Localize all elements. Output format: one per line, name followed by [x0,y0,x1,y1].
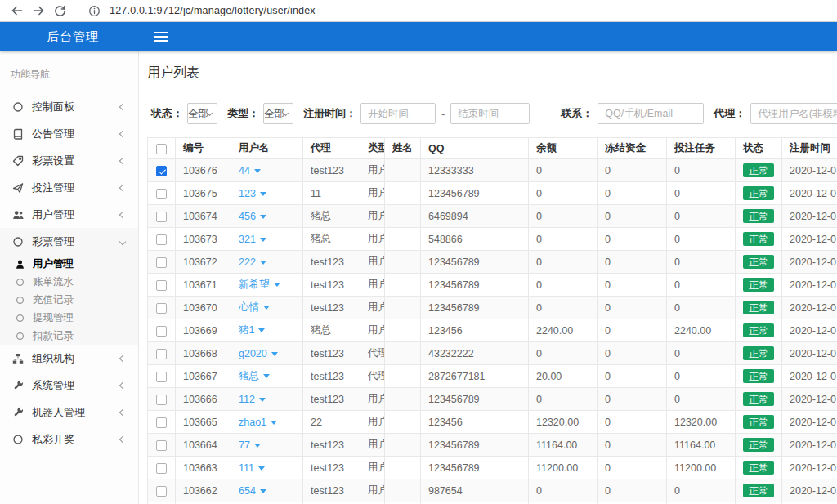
row-checkbox[interactable] [156,212,167,222]
sidebar-item-label: 用户管理 [32,207,74,222]
type-filter-select[interactable]: 全部 [263,103,293,124]
cell-qq: 123456789 [421,434,529,457]
sidebar-item-label: 公告管理 [32,127,74,141]
sidebar-item-1-top[interactable]: 公告管理 [0,120,138,147]
sidebar-item-4-top[interactable]: 用户管理 [0,201,138,228]
sidebar-item-14-top[interactable]: 私彩开奖 [0,426,138,453]
chevron-left-icon [119,435,126,442]
chevron-left-icon [119,355,126,361]
dropdown-caret-icon [263,306,270,310]
row-checkbox[interactable] [156,440,167,451]
cell-name [385,297,421,319]
forward-icon[interactable] [29,2,47,20]
row-checkbox[interactable] [156,349,167,359]
sidebar-item-2-top[interactable]: 彩票设置 [0,147,138,174]
sidebar-item-3-top[interactable]: 投注管理 [0,174,138,201]
cell-user-id: 103674 [176,205,231,228]
site-info-icon[interactable] [85,2,103,20]
back-icon[interactable] [8,2,26,20]
status-badge: 正常 [743,255,774,269]
username-link[interactable]: 123 [239,188,266,199]
username-link[interactable]: 新希望 [239,279,280,290]
cell-type: 用户 [360,434,385,457]
status-filter-select[interactable]: 全部 [187,103,217,124]
cell-name [385,205,421,228]
status-badge: 正常 [743,186,774,200]
row-checkbox[interactable] [156,189,167,199]
menu-toggle-icon[interactable] [154,29,168,44]
username-link[interactable]: 222 [239,256,266,268]
username-link[interactable]: 77 [239,439,261,451]
username-link[interactable]: zhao1 [239,417,277,428]
column-header: 用户名 [231,138,303,159]
row-checkbox[interactable] [156,257,167,268]
end-time-input[interactable] [450,103,530,124]
username-link[interactable]: 猪总 [239,370,270,381]
cell-user-id: 103666 [176,388,231,411]
dropdown-caret-icon [260,489,266,493]
username-link[interactable]: 321 [239,234,266,245]
cell-qq: 123456789 [421,182,529,205]
sidebar-item-label: 控制面板 [32,100,74,114]
select-all-checkbox[interactable] [156,144,167,154]
cell-reg-time: 2020-12-0 [782,319,837,342]
dashboard-circle-icon [11,101,25,113]
username-link[interactable]: 654 [239,485,266,497]
row-checkbox[interactable] [156,326,167,337]
row-checkbox[interactable] [156,303,167,314]
sidebar-item-0-top[interactable]: 控制面板 [0,93,138,120]
table-row: 103669猪1猪总用户1234562240.0002240.00正常2020-… [148,319,837,342]
filter-bar: 状态： 全部 类型： 全部 注册时间： - 联系： 代理： 用户 [147,103,837,124]
cell-name [385,388,421,411]
username-link[interactable]: 猪1 [239,324,265,336]
sidebar-item-9-sub[interactable]: 提现管理 [0,309,138,327]
row-checkbox[interactable] [156,486,167,497]
row-checkbox[interactable] [156,372,167,382]
cell-reg-time: 2020-12-0 [782,365,837,388]
cell-user-id: 103676 [176,159,231,182]
cell-bet-task: 11164.00 [667,434,736,457]
start-time-input[interactable] [360,103,436,124]
agent-input[interactable] [750,103,837,124]
sidebar-item-6-sub[interactable]: 用户管理 [0,255,138,273]
sidebar-item-10-sub[interactable]: 扣款记录 [0,327,138,345]
sidebar-item-8-sub[interactable]: 充值记录 [0,291,138,309]
username-link[interactable]: 111 [239,462,265,474]
sidebar-item-7-sub[interactable]: 账单流水 [0,273,138,291]
row-checkbox[interactable] [156,395,167,405]
cell-balance: 0 [529,342,598,365]
refresh-icon[interactable] [51,2,69,20]
sidebar-item-13-top[interactable]: 机器人管理 [0,399,138,426]
contact-input[interactable] [598,103,704,124]
cell-name [385,365,421,388]
chevron-left-icon [119,103,126,109]
cell-type: 用户 [360,319,385,342]
wrench-icon [11,407,25,417]
table-row: 103663111test123用户12345678911200.0001120… [148,457,837,479]
sidebar-item-11-top[interactable]: 组织机构 [0,345,138,372]
row-checkbox[interactable] [156,166,167,176]
column-header: 状态 [736,138,782,159]
address-bar-url[interactable]: 127.0.0.1:9712/jc/manage/lottery/user/in… [110,5,316,16]
status-badge: 正常 [743,232,774,246]
sidebar-item-12-top[interactable]: 系统管理 [0,372,138,399]
cell-status: 正常 [736,388,782,411]
username-link[interactable]: 112 [239,394,266,405]
cell-qq: 987654 [421,479,529,502]
cell-frozen: 0 [598,434,667,457]
cell-status: 正常 [736,342,782,365]
cell-bet-task: 2240.00 [667,319,736,342]
row-checkbox[interactable] [156,463,167,474]
username-link[interactable]: 44 [239,165,261,176]
row-checkbox[interactable] [156,280,167,291]
cell-user-id: 103675 [176,182,231,205]
username-link[interactable]: 心情 [239,301,270,313]
cell-status: 正常 [736,297,782,319]
username-link[interactable]: 456 [239,211,266,222]
sidebar-item-5-top[interactable]: 彩票管理 [0,228,138,255]
row-checkbox[interactable] [156,234,167,245]
column-header: 类型 [360,138,385,159]
row-checkbox[interactable] [156,417,167,428]
cell-bet-task: 0 [667,182,736,205]
username-link[interactable]: g2020 [239,348,278,359]
